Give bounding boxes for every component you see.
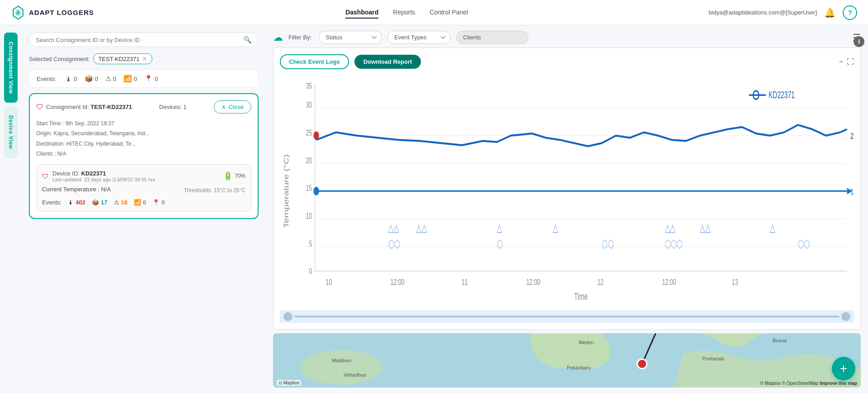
svg-text:30: 30 (306, 100, 312, 109)
device-header: 🛡 Device ID: KD22371 Last updated: 23 da… (42, 170, 245, 182)
svg-text:0: 0 (309, 267, 312, 276)
dev-event-alert-value: 18 (121, 199, 127, 206)
chevron-up-icon: ∧ (222, 104, 226, 110)
svg-point-53 (637, 359, 647, 369)
card-origin: Origin: Kapra, Secunderabad, Telangana, … (36, 129, 251, 138)
events-bar: Events: 🌡 0 📦 0 ⚠ 0 📶 0 📍 0 (29, 70, 259, 88)
fab-button[interactable]: + (832, 357, 855, 380)
search-input[interactable] (36, 37, 240, 43)
info-button[interactable]: ℹ (854, 36, 864, 47)
current-temperature: Current Temperature : N/A (42, 186, 111, 193)
svg-text:12:00: 12:00 (391, 278, 405, 287)
location-icon: 📍 (144, 75, 153, 83)
svg-text:25: 25 (850, 131, 854, 140)
nav-dashboard[interactable]: Dashboard (345, 7, 378, 19)
event-signal: 📶 0 (123, 75, 137, 83)
dev-alert-icon: ⚠ (114, 199, 119, 206)
main-container: Consignment View Device View 🔍 Selected … (0, 25, 868, 393)
filter-status[interactable]: Status Active Inactive (319, 31, 382, 44)
close-button[interactable]: ∧ Close (214, 100, 251, 114)
help-button[interactable]: ? (843, 5, 857, 20)
map-label-maldives: Maldives (332, 358, 351, 363)
tag-close-icon[interactable]: ✕ (142, 55, 147, 62)
svg-text:△△: △△ (416, 222, 427, 234)
fullscreen-button[interactable]: ⛶ (847, 58, 854, 66)
thermometer-icon: 🌡 (65, 75, 72, 83)
events-label: Events: (37, 76, 56, 82)
nav-reports[interactable]: Reports (393, 7, 415, 19)
svg-text:△△: △△ (388, 222, 399, 234)
device-id-bold: KD22371 (81, 170, 106, 177)
logo-icon: A (11, 5, 25, 20)
card-header: 🛡 Consignment Id: TEST-KD22371 Devices: … (36, 100, 251, 114)
chart-panel: Check Event Logs Download Report − ⛶ Tem… (273, 47, 861, 330)
selected-label: Selected Consignment: (29, 56, 90, 62)
dev-thermometer-icon: 🌡 (68, 199, 74, 206)
range-handle-left[interactable] (283, 312, 292, 321)
header: A ADAPT LOGGERS Dashboard Reports Contro… (0, 0, 868, 25)
download-report-button[interactable]: Download Report (354, 55, 421, 69)
dev-event-shock-value: 17 (101, 199, 107, 206)
svg-text:△△: △△ (665, 222, 676, 234)
event-temp-value: 0 (74, 76, 77, 82)
device-events: Events: 🌡 402 📦 17 ⚠ 18 📶 (42, 199, 245, 206)
map-label-brunei: Brunei (773, 338, 787, 343)
card-title: Consignment Id: TEST-KD22371 (46, 104, 132, 110)
upload-icon[interactable]: ☁ (273, 32, 283, 43)
svg-text:12: 12 (597, 278, 604, 287)
device-event-signal: 📶 0 (134, 199, 146, 206)
card-title-bold: TEST-KD22371 (90, 104, 132, 110)
device-updated: Last updated: 23 days ago |13/09/22 09:5… (52, 177, 155, 182)
battery-value: 70% (235, 173, 245, 179)
chart-controls: − ⛶ (839, 58, 854, 66)
nav-control-panel[interactable]: Control Panel (429, 7, 468, 19)
svg-text:KD22371: KD22371 (769, 90, 795, 100)
check-event-logs-button[interactable]: Check Event Logs (280, 54, 349, 69)
device-event-shock: 📦 17 (92, 199, 107, 206)
consignment-tag: TEST-KD22371 ✕ (93, 53, 152, 64)
card-title-prefix: Consignment Id: (46, 104, 89, 110)
card-devices: Devices: 1 (159, 104, 187, 110)
logo-text: ADAPT LOGGERS (29, 9, 94, 16)
map-panel: Maldives Hithadhoo Medon Pekanbaru Ponti… (273, 333, 861, 388)
event-alert: ⚠ 0 (105, 75, 116, 83)
svg-text:12:00: 12:00 (526, 278, 540, 287)
device-event-alert: ⚠ 18 (114, 199, 127, 206)
svg-text:12:00: 12:00 (662, 278, 676, 287)
svg-text:11: 11 (462, 278, 468, 287)
event-shock-value: 0 (95, 76, 98, 82)
svg-text:25: 25 (306, 128, 312, 137)
chart-area: Temperature (°C) 0 5 10 15 20 25 30 35 (280, 74, 854, 308)
dev-event-temp-value: 402 (75, 199, 85, 206)
device-alert-icon: 🛡 (42, 172, 49, 180)
user-email: bidya@adaptideations.com@[SuperUser] (708, 9, 817, 16)
device-id: Device ID: KD22371 (52, 170, 155, 177)
map-background: Maldives Hithadhoo Medon Pekanbaru Ponti… (273, 333, 861, 388)
svg-point-50 (300, 350, 382, 384)
svg-text:20: 20 (306, 156, 312, 165)
chart-toolbar: Check Event Logs Download Report − ⛶ (280, 54, 854, 69)
threshold: Thresholds: 15°C to 25°C (184, 187, 245, 194)
tab-consignment-view[interactable]: Consignment View (4, 33, 18, 103)
svg-text:15: 15 (306, 184, 312, 193)
minimize-button[interactable]: − (839, 58, 843, 66)
device-event-location: 📍 0 (152, 199, 165, 206)
svg-text:15: 15 (850, 187, 854, 196)
event-shock: 📦 0 (85, 75, 98, 83)
svg-text:△△: △△ (700, 222, 711, 234)
svg-text:⬡⬡: ⬡⬡ (602, 238, 613, 250)
range-handle-right[interactable] (841, 312, 850, 321)
svg-text:△: △ (497, 222, 502, 234)
filter-clients[interactable]: Clients Client A Client B (456, 31, 528, 44)
notification-bell[interactable]: 🔔 (824, 7, 835, 18)
filter-event-types[interactable]: Event Types Temperature Shock (387, 31, 451, 44)
tab-device-view[interactable]: Device View (4, 106, 18, 158)
event-location: 📍 0 (144, 75, 158, 83)
device-id-block: 🛡 Device ID: KD22371 Last updated: 23 da… (42, 170, 155, 182)
device-events-label: Events: (42, 199, 61, 206)
filter-label: Filter By: (288, 34, 311, 41)
svg-text:⬡⬡: ⬡⬡ (798, 238, 810, 250)
dev-event-location-value: 0 (161, 199, 165, 206)
left-panel: 🔍 Selected Consignment: TEST-KD22371 ✕ E… (22, 25, 266, 393)
search-icon: 🔍 (243, 36, 252, 44)
